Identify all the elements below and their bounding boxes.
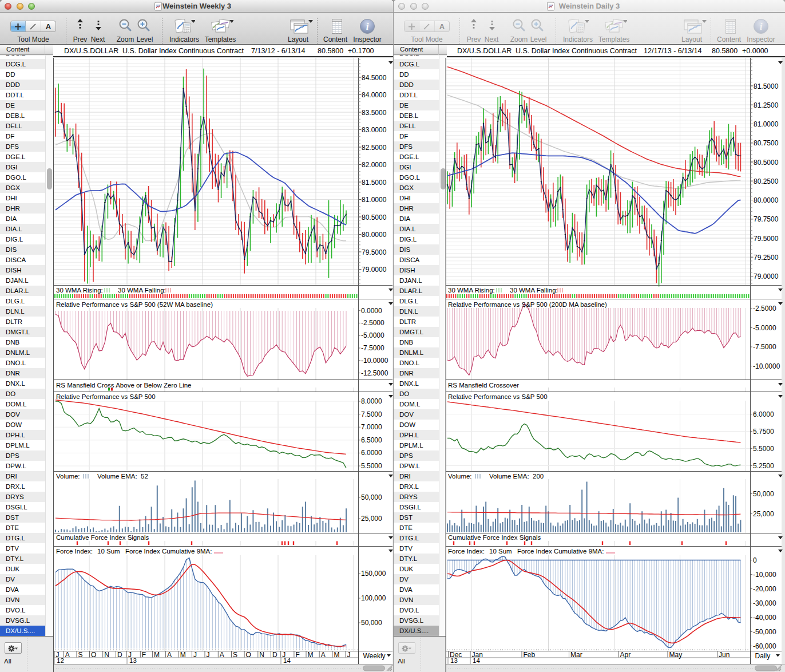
svg-text:RS Mansfield Crossover: RS Mansfield Crossover — [448, 382, 519, 389]
svg-text:-2.5000: -2.5000 — [361, 319, 384, 327]
svg-text:-50,000: -50,000 — [753, 628, 776, 636]
svg-text:200: 200 — [533, 473, 544, 480]
svg-text:6.0000: 6.0000 — [753, 410, 774, 418]
svg-text:0.0000: 0.0000 — [361, 307, 382, 315]
svg-text:-5.0000: -5.0000 — [753, 324, 776, 332]
svg-text:81.0000: 81.0000 — [754, 120, 779, 128]
svg-text:Volume EMA:: Volume EMA: — [97, 473, 137, 480]
svg-text:-10.0000: -10.0000 — [361, 357, 388, 365]
svg-text:79.5000: 79.5000 — [754, 235, 779, 243]
svg-text:Force Index Cumulative 9MA:: Force Index Cumulative 9MA: — [517, 548, 604, 555]
svg-text:8.0000: 8.0000 — [361, 397, 382, 405]
svg-text:Force Index:: Force Index: — [448, 548, 485, 555]
svg-text:F: F — [295, 651, 299, 659]
svg-text:-40,000: -40,000 — [753, 614, 776, 622]
svg-text:D: D — [117, 651, 122, 659]
svg-text:Volume:: Volume: — [448, 473, 472, 480]
svg-text:Volume:: Volume: — [56, 473, 80, 480]
svg-text:79.0000: 79.0000 — [754, 272, 779, 280]
svg-text:S: S — [233, 651, 237, 659]
svg-text:80.2500: 80.2500 — [754, 177, 779, 185]
svg-text:80.5000: 80.5000 — [754, 159, 779, 167]
svg-text:7.0000: 7.0000 — [361, 423, 382, 431]
svg-text:25,000: 25,000 — [361, 515, 382, 523]
svg-text:J: J — [207, 651, 210, 659]
svg-text:Daily: Daily — [755, 652, 771, 660]
svg-text:-20,000: -20,000 — [753, 585, 776, 593]
svg-text:Relative Performance vs S&P 50: Relative Performance vs S&P 500 — [448, 393, 548, 400]
svg-text:-12.5000: -12.5000 — [361, 369, 388, 377]
svg-text:Mar: Mar — [570, 651, 582, 659]
svg-text:-5.0000: -5.0000 — [361, 331, 384, 339]
svg-text:Apr: Apr — [620, 651, 631, 659]
svg-text:79.0000: 79.0000 — [362, 266, 387, 274]
svg-text:Jun: Jun — [719, 651, 730, 659]
svg-text:5.5000: 5.5000 — [361, 462, 382, 470]
svg-text:14: 14 — [473, 657, 480, 664]
svg-text:81.5000: 81.5000 — [362, 179, 387, 187]
svg-text:5.5000: 5.5000 — [753, 445, 774, 453]
svg-text:79.2500: 79.2500 — [754, 254, 779, 262]
svg-text:M: M — [308, 651, 314, 659]
svg-text:82.5000: 82.5000 — [362, 144, 387, 152]
svg-text:0: 0 — [753, 556, 757, 564]
svg-text:30 WMA Rising:: 30 WMA Rising: — [56, 287, 103, 294]
svg-text:A: A — [65, 651, 70, 659]
svg-text:Volume EMA:: Volume EMA: — [489, 473, 529, 480]
svg-text:-10.0000: -10.0000 — [753, 362, 780, 370]
svg-text:RS Mansfield Cross Above or Be: RS Mansfield Cross Above or Below Zero L… — [56, 382, 192, 389]
svg-text:Force Index:: Force Index: — [56, 548, 93, 555]
svg-text:-10,000: -10,000 — [753, 571, 776, 579]
svg-text:J: J — [347, 651, 351, 659]
svg-text:80.7500: 80.7500 — [754, 139, 779, 147]
svg-text:25,000: 25,000 — [753, 510, 774, 518]
svg-text:M: M — [180, 651, 186, 659]
svg-text:30 WMA Falling:: 30 WMA Falling: — [510, 287, 558, 294]
svg-text:May: May — [669, 651, 683, 659]
svg-text:84.5000: 84.5000 — [362, 74, 387, 82]
svg-text:J: J — [193, 651, 197, 659]
svg-text:Relative Performance vs S&P 50: Relative Performance vs S&P 500 — [56, 393, 156, 400]
svg-text:84.0000: 84.0000 — [362, 91, 387, 99]
svg-text:M: M — [334, 651, 339, 659]
svg-text:14: 14 — [283, 657, 291, 664]
svg-text:81.0000: 81.0000 — [362, 196, 387, 204]
svg-text:Weekly: Weekly — [363, 652, 386, 660]
svg-text:N: N — [259, 651, 264, 659]
svg-text:52: 52 — [141, 473, 148, 480]
svg-text:30 WMA Rising:: 30 WMA Rising: — [448, 287, 495, 294]
svg-text:Relative Performance vs S&P 50: Relative Performance vs S&P 500 (52W MA … — [56, 301, 213, 308]
svg-text:50,000: 50,000 — [361, 619, 382, 627]
svg-text:13: 13 — [129, 657, 137, 664]
svg-text:150,000: 150,000 — [361, 570, 386, 578]
svg-text:7.5000: 7.5000 — [361, 410, 382, 418]
svg-text:A: A — [167, 651, 172, 659]
svg-text:Feb: Feb — [524, 651, 536, 659]
svg-text:-7.5000: -7.5000 — [361, 344, 384, 352]
svg-text:A: A — [321, 651, 326, 659]
svg-text:80.0000: 80.0000 — [754, 196, 779, 204]
svg-text:50,000: 50,000 — [753, 490, 774, 498]
svg-text:5.7500: 5.7500 — [753, 428, 774, 436]
svg-text:10 Sum: 10 Sum — [97, 548, 120, 555]
svg-text:10 Sum: 10 Sum — [489, 548, 512, 555]
svg-text:-60,000: -60,000 — [753, 642, 776, 650]
svg-text:N: N — [104, 651, 109, 659]
svg-text:-30,000: -30,000 — [753, 599, 776, 607]
svg-text:81.2500: 81.2500 — [754, 101, 779, 109]
svg-text:D: D — [272, 651, 277, 659]
svg-text:83.5000: 83.5000 — [362, 109, 387, 117]
svg-text:6.5000: 6.5000 — [361, 436, 382, 444]
svg-text:81.5000: 81.5000 — [754, 82, 779, 90]
svg-text:-2.5000: -2.5000 — [753, 305, 776, 313]
svg-text:83.0000: 83.0000 — [362, 126, 387, 134]
svg-text:O: O — [91, 651, 96, 659]
svg-text:12: 12 — [57, 657, 64, 664]
svg-text:Force Index Cumulative 9MA:: Force Index Cumulative 9MA: — [125, 548, 212, 555]
svg-text:13: 13 — [450, 657, 458, 664]
svg-text:O: O — [246, 651, 251, 659]
svg-text:Cumulative Force Index Signals: Cumulative Force Index Signals — [56, 534, 149, 541]
svg-text:Relative Performance vs S&P 50: Relative Performance vs S&P 500 (200D MA… — [448, 301, 607, 308]
svg-text:-7.5000: -7.5000 — [753, 343, 776, 351]
svg-text:S: S — [78, 651, 83, 659]
